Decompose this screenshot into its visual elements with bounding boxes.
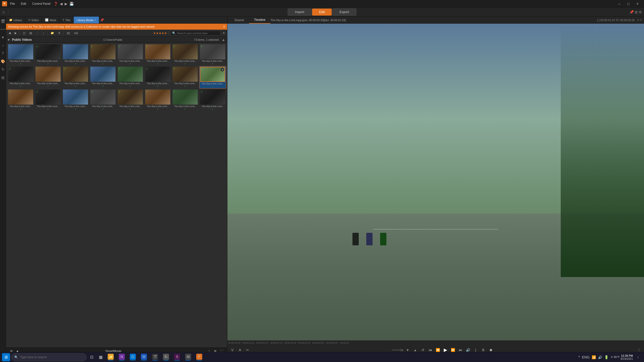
taskbar-app-murph[interactable]: M [183, 353, 193, 361]
notification-close-icon[interactable]: × [223, 25, 225, 29]
taskbar-app-outlook[interactable]: O [128, 353, 138, 361]
back-icon[interactable]: ◀ [60, 2, 63, 6]
sidebar-motion-icon[interactable]: ↻ [1, 67, 6, 72]
edit-menu[interactable]: Edit [20, 2, 27, 6]
tray-expand-icon[interactable]: ^ [578, 355, 580, 359]
media-check-10: ✓ [63, 67, 66, 71]
media-item-1[interactable]: ✓The-Sky-is-the-Limit...✓ [34, 44, 61, 66]
sidebar-effects-icon[interactable]: ★ [1, 35, 6, 40]
tab-pin-icon[interactable]: 📌 [100, 18, 104, 22]
search-options-btn[interactable]: ▾ [222, 31, 226, 35]
preview-export-icon[interactable]: ↗ [637, 18, 639, 22]
minimize-button[interactable]: – [615, 0, 624, 7]
media-item-15-close[interactable]: × [221, 68, 224, 71]
grid-view-btn[interactable]: ▤ [28, 31, 33, 35]
media-thumb-7: ✓ [200, 44, 225, 59]
hd-btn[interactable]: HD [73, 31, 80, 35]
sort-btn[interactable]: ↕ [41, 31, 46, 35]
scroll-up-icon[interactable]: ▲ [222, 38, 225, 42]
media-item-22[interactable]: ✓The-Sky-is-the-Limit...✓ [172, 89, 199, 111]
threed-btn[interactable]: 3D [65, 31, 72, 35]
media-item-6[interactable]: ✓The-Sky-is-the-Limit...✓ [172, 44, 199, 66]
settings-icon[interactable]: ⚙ [639, 10, 642, 14]
taskbar-app-explorer[interactable]: 📁 [106, 353, 116, 361]
task-view-icon[interactable]: ⊡ [88, 353, 96, 361]
layout-icon[interactable]: ⊞ [635, 10, 638, 14]
taskbar-search-input[interactable] [20, 355, 80, 359]
media-item-12[interactable]: ✓The-Sky-is-the-Limit...✓ [117, 66, 144, 88]
help-icon[interactable]: ❓ [54, 2, 58, 6]
media-item-16[interactable]: ✓The-Sky-is-the-Limit...✓ [7, 89, 34, 111]
media-item-21[interactable]: ✓The-Sky-is-the-Limit...✓ [144, 89, 171, 111]
media-item-7[interactable]: ✓The-Sky-is-the-Limit...✓ [199, 44, 226, 66]
nav-forward-btn[interactable]: ▶ [13, 31, 18, 35]
file-menu[interactable]: File [9, 2, 16, 6]
media-item-13[interactable]: ✓The-Sky-is-the-Limit...✓ [144, 66, 171, 88]
media-item-9[interactable]: ✓The-Sky-is-the-Limit...✓ [34, 66, 61, 88]
tab-editor[interactable]: ✏ Editor [25, 17, 42, 23]
media-item-5[interactable]: ✓The-Sky-is-the-Limit...✓ [144, 44, 171, 66]
media-item-11[interactable]: ✓The-Sky-is-the-Limit...✓ [89, 66, 116, 88]
wifi-icon[interactable]: 📶 [592, 355, 596, 359]
widgets-icon[interactable]: ▦ [97, 353, 105, 361]
sidebar-layers-icon[interactable]: ▤ [1, 75, 6, 80]
sidebar-color-icon[interactable]: 🎨 [1, 59, 6, 64]
taskbar-app-word[interactable]: W [139, 353, 149, 361]
sidebar-audio-icon[interactable]: ♪ [1, 43, 6, 48]
media-item-23[interactable]: ✓The-Sky-is-the-Limit...✓ [199, 89, 226, 111]
control-panel-menu[interactable]: Control Panel [31, 2, 52, 6]
view-toggle-btn[interactable]: ◫ [21, 31, 27, 35]
media-item-17[interactable]: ✓The-Sky-is-the-Limit...✓ [34, 89, 61, 111]
media-item-18[interactable]: ✓The-Sky-is-the-Limit...✓ [62, 89, 89, 111]
search-input[interactable] [177, 32, 215, 35]
media-item-19[interactable]: ✓The-Sky-is-the-Limit...✓ [89, 89, 116, 111]
language-icon[interactable]: ENG [582, 355, 589, 359]
taskbar-app-slack[interactable]: S [172, 353, 182, 361]
media-item-15[interactable]: ✓×The-Sky-is-the-Limit...✓ [199, 66, 226, 88]
tab-source[interactable]: Source [229, 17, 249, 24]
preview-close-icon[interactable]: × [640, 18, 642, 22]
media-check-row-9: ✓ [47, 85, 49, 87]
battery-icon[interactable]: 🔋 [604, 355, 609, 359]
media-item-4[interactable]: ✓The-Sky-is-the-Limit...✓ [117, 44, 144, 66]
collapse-icon[interactable]: ▶ [8, 38, 10, 41]
volume-tray-icon[interactable]: 🔊 [598, 355, 602, 359]
stars-filter[interactable]: ★★★★★ [153, 31, 167, 35]
tab-title[interactable]: T Title [60, 17, 74, 23]
tab-library-media[interactable]: Library Media × [74, 17, 99, 23]
close-button[interactable]: × [633, 0, 642, 7]
sidebar-text-icon[interactable]: T [1, 51, 6, 56]
pin-icon[interactable]: 📌 [629, 10, 634, 14]
media-item-8[interactable]: ✓The-Sky-is-the-Limit...✓ [7, 66, 34, 88]
media-item-2[interactable]: ✓The-Sky-is-the-Limit...✓ [62, 44, 89, 66]
folder-btn[interactable]: 📁 [49, 31, 56, 35]
tab-library[interactable]: 📁 Library [6, 17, 25, 23]
list-view-btn[interactable]: ⋮ [34, 31, 40, 35]
sidebar-transitions-icon[interactable]: ⟷ [1, 27, 6, 32]
system-clock[interactable]: 12:38 PM 8/19/2021 [621, 354, 633, 360]
taskbar-app-update[interactable]: ↻ [161, 353, 171, 361]
tab-mask[interactable]: ⬜ Mask [42, 17, 59, 23]
show-desktop-icon[interactable]: | [634, 353, 642, 361]
maximize-button[interactable]: □ [624, 0, 633, 7]
start-button[interactable]: ⊞ [2, 353, 10, 361]
media-item-3[interactable]: ✓The-Sky-is-the-Limit...✓ [89, 44, 116, 66]
export-button[interactable]: Export [332, 9, 356, 16]
import-button[interactable]: Import [288, 9, 312, 16]
taskbar-app-pinnacle[interactable]: P [194, 353, 204, 361]
edit-button[interactable]: Edit [312, 9, 332, 16]
media-item-14[interactable]: ✓The-Sky-is-the-Limit...✓ [172, 66, 199, 88]
home-button[interactable]: ⌂ [0, 9, 7, 16]
taskbar-app-movie[interactable]: 🎬 [150, 353, 160, 361]
taskbar-app-onenote[interactable]: N [117, 353, 127, 361]
sort2-btn[interactable]: ⇅ [57, 31, 62, 35]
sidebar-media-icon[interactable]: 🎬 [1, 19, 6, 24]
forward-icon[interactable]: ▶ [65, 2, 67, 6]
media-item-10[interactable]: ✓The-Sky-is-the-Limit...✓ [62, 66, 89, 88]
media-item-20[interactable]: ✓The-Sky-is-the-Limit...✓ [117, 89, 144, 111]
library-media-close-icon[interactable]: × [94, 19, 96, 21]
tab-timeline[interactable]: Timeline [249, 17, 270, 24]
nav-back-btn[interactable]: ◀ [7, 31, 12, 35]
media-item-0[interactable]: ✓The-Sky-is-the-Limit...✓ [7, 44, 34, 66]
save-icon[interactable]: 💾 [69, 2, 74, 6]
